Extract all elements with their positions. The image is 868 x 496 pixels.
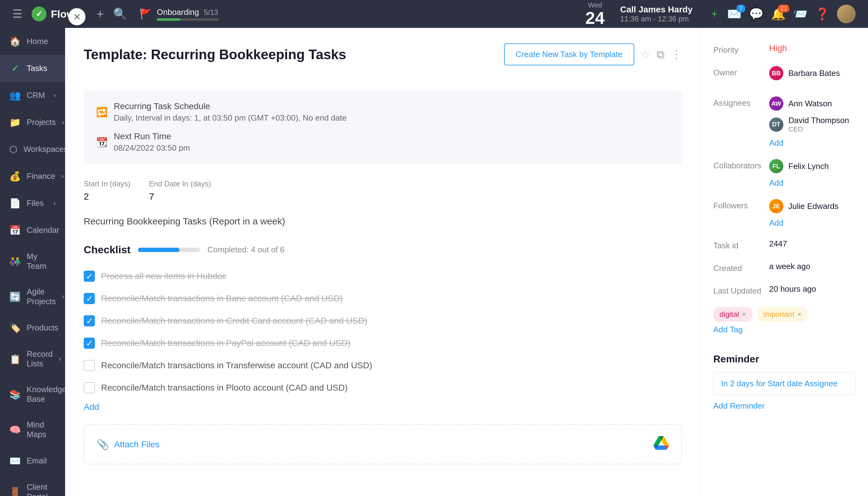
task-description: Recurring Bookkeeping Tasks (Report in a… [84,214,682,228]
last-updated-label: Last Updated [713,284,769,296]
new-item-button[interactable]: + [97,7,104,21]
projects-arrow-icon: › [62,119,64,126]
start-in-value: 2 [84,191,89,202]
projects-icon: 📁 [9,117,20,128]
end-date-label: End Date In (days) [149,180,211,188]
chat-icon-button[interactable]: 💬 [749,7,763,21]
create-by-template-button[interactable]: Create New Task by Template [504,43,634,65]
sidebar-item-home[interactable]: 🏠 Home [0,28,65,55]
collaborators-label: Collaborators [713,159,769,170]
sidebar-item-crm[interactable]: 👥 CRM › [0,82,65,109]
external-link-button[interactable]: ⧉ [656,48,665,61]
checklist-add-button[interactable]: Add [84,402,682,412]
recordlists-arrow-icon: › [59,355,61,363]
sidebar-item-mindmaps[interactable]: 🧠 Mind Maps [0,412,65,447]
felix-avatar: FL [769,159,784,173]
nav-icons: ✉️ 7 💬 🔔 21 📨 ❓ [727,5,856,23]
sidebar-item-myteam[interactable]: 👫 My Team [0,244,65,279]
calendar-icon: 📅 [9,225,20,236]
checklist-header: Checklist Completed: 4 out of 6 [84,244,682,256]
checklist-checkbox-1[interactable]: ✓ [84,293,95,304]
nav-date: Wed 24 [585,1,604,27]
sidebar-item-email[interactable]: ✉️ Email [0,447,65,474]
add-collaborator-button[interactable]: Add [769,178,856,188]
add-tag-button[interactable]: Add Tag [713,325,856,335]
recurring-schedule-row: 🔁 Recurring Task Schedule Daily, Interva… [96,102,670,123]
tag-important: important × [757,307,808,322]
sidebar-item-label: Record Lists [27,350,53,369]
followers-label: Followers [713,199,769,211]
checklist-item-text-3: Reconcile/Match transactions in PayPal a… [101,338,351,348]
sidebar-item-tasks[interactable]: ✓ Tasks [0,55,65,82]
add-reminder-button[interactable]: Add Reminder [713,401,856,411]
tag-important-remove[interactable]: × [797,310,802,319]
right-panel: Priority High Owner BB Barbara Bates Ass… [701,28,868,496]
sidebar-item-products[interactable]: 🏷️ Products › [0,314,65,341]
collaborators-row: Collaborators FL Felix Lynch Add [713,159,856,188]
message-icon-button[interactable]: 📨 [793,7,808,21]
sidebar-item-files[interactable]: 📄 Files › [0,190,65,217]
assignees-row: Assignees AW Ann Watson DT David Thompso… [713,96,856,148]
hamburger-icon[interactable]: ☰ [12,7,22,20]
reminder-text: In 2 days for Start date [721,379,803,388]
user-avatar[interactable] [837,5,856,23]
reminder-assignee-value: Assignee [804,379,838,388]
checklist-item-4: Reconcile/Match transactions in Transfer… [84,354,682,377]
add-follower-button[interactable]: Add [769,218,856,228]
onboarding-label: Onboarding 5/13 [157,7,219,17]
schedule-value: Daily, Interval in days: 1, at 03:50 pm … [114,113,346,123]
help-icon-button[interactable]: ❓ [815,7,830,21]
sidebar-item-recordlists[interactable]: 📋 Record Lists › [0,341,65,377]
tag-digital-label: digital [719,310,739,319]
last-updated-value: 20 hours ago [769,284,856,294]
myteam-icon: 👫 [9,256,20,267]
owner-name: Barbara Bates [788,68,840,78]
email-icon: ✉️ [9,455,20,466]
tag-digital-remove[interactable]: × [742,310,746,319]
sidebar-item-clientportal[interactable]: 🚪 Client Portal [0,474,65,496]
bell-icon-button[interactable]: 🔔 21 [771,7,786,21]
star-button[interactable]: ☆ [640,48,650,61]
add-event-button[interactable]: + [711,7,718,20]
assignees-value: AW Ann Watson DT David Thompson CEO Add [769,96,856,148]
checklist-item-text-0: Process all new items in Hubdoc [101,271,227,281]
sidebar-item-calendar[interactable]: 📅 Calendar [0,217,65,244]
main-layout: Template: Recurring Bookkeeping Tasks Cr… [65,28,868,496]
more-options-button[interactable]: ⋮ [671,48,682,61]
sidebar-item-agile[interactable]: 🔄 Agile Projects › [0,279,65,314]
onboarding-progress-bar [157,18,219,21]
workspaces-icon: ⬡ [9,144,17,155]
email-icon-button[interactable]: ✉️ 7 [727,7,742,21]
close-button[interactable]: ✕ [68,8,86,26]
end-date-field: End Date In (days) 7 [149,180,211,202]
checklist-checkbox-3[interactable]: ✓ [84,338,95,349]
task-id-value: 2447 [769,239,856,249]
sidebar-item-label: Finance [27,171,56,181]
sidebar-item-finance[interactable]: 💰 Finance › [0,163,65,190]
checklist-checkbox-5[interactable] [84,382,95,393]
sidebar-item-label: Calendar [27,226,60,235]
owner-value: BB Barbara Bates [769,66,856,85]
sidebar-item-workspaces[interactable]: ⬡ Workspaces › [0,136,65,163]
task-header-actions: Create New Task by Template ☆ ⧉ ⋮ [504,43,682,65]
next-run-label: Next Run Time [114,131,190,141]
checklist-checkbox-2[interactable]: ✓ [84,315,95,326]
felix-name: Felix Lynch [788,161,829,171]
priority-row: Priority High [713,43,856,55]
checklist-checkbox-0[interactable]: ✓ [84,270,95,282]
end-date-value: 7 [149,191,154,202]
schedule-label: Recurring Task Schedule [114,102,346,111]
checklist-section: Checklist Completed: 4 out of 6 ✓ Proces… [84,244,682,412]
attach-files-button[interactable]: 📎 Attach Files [97,439,159,450]
add-assignee-button[interactable]: Add [769,138,856,148]
julie-avatar: JE [769,199,784,213]
sidebar-item-projects[interactable]: 📁 Projects › [0,109,65,136]
search-icon[interactable]: 🔍 [113,7,127,20]
task-header: Template: Recurring Bookkeeping Tasks Cr… [84,43,682,75]
gdrive-icon[interactable] [653,436,669,453]
priority-label: Priority [713,43,769,55]
attach-box: 📎 Attach Files [84,424,682,464]
topnav: ☰ ✓ Flowlu + 🔍 🚩 Onboarding 5/13 Wed 24 … [0,0,868,28]
sidebar-item-knowledgebase[interactable]: 📚 Knowledge Base [0,377,65,412]
checklist-checkbox-4[interactable] [84,360,95,371]
